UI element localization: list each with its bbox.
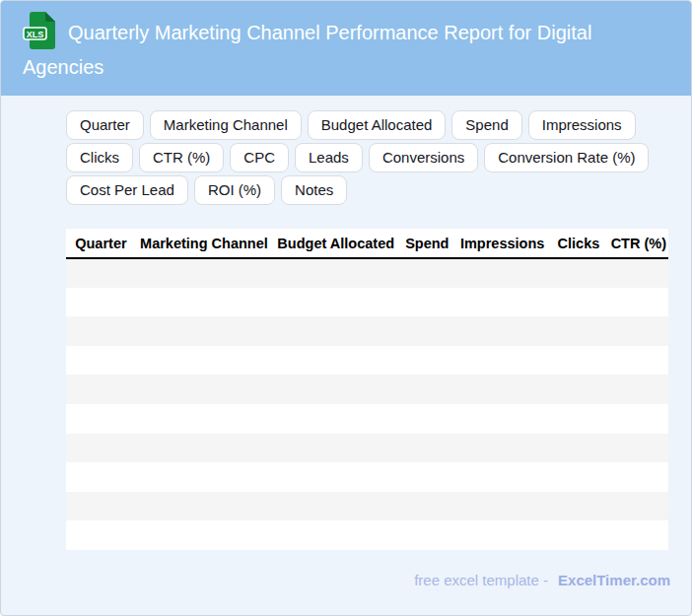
table-cell [66, 404, 136, 434]
table-cell [399, 520, 454, 550]
chip-notes[interactable]: Notes [281, 175, 347, 205]
table-cell [454, 316, 550, 346]
table-cell [454, 346, 550, 376]
table-cell [136, 462, 272, 492]
table-cell [550, 462, 606, 492]
table-cell [399, 375, 454, 404]
table-cell [550, 375, 606, 404]
table-cell [272, 404, 400, 434]
table-row [66, 258, 668, 288]
chip-conversion-rate[interactable]: Conversion Rate (%) [484, 143, 649, 172]
table-cell [454, 520, 550, 550]
table-row [66, 520, 668, 550]
table-cell [272, 462, 400, 492]
table-cell [550, 492, 606, 521]
table-cell [272, 288, 400, 317]
table-cell [550, 404, 606, 434]
table-cell [454, 462, 550, 492]
column-header-spend: Spend [399, 229, 454, 258]
table-cell [136, 404, 272, 434]
chip-clicks[interactable]: Clicks [66, 143, 133, 172]
chip-marketing-channel[interactable]: Marketing Channel [150, 110, 302, 140]
chip-ctr[interactable]: CTR (%) [139, 143, 224, 172]
table-cell [66, 316, 136, 346]
table-cell [550, 258, 606, 288]
table-cell [399, 346, 454, 376]
table-cell [272, 316, 400, 346]
table-cell [66, 520, 136, 550]
table-cell [607, 375, 668, 404]
table-cell [272, 346, 400, 376]
table-cell [550, 346, 606, 376]
table-row [66, 288, 668, 317]
footer: free excel template -ExcelTimer.com [1, 572, 691, 588]
table-cell [136, 520, 272, 550]
column-header-ctr: CTR (%) [607, 229, 668, 258]
table-cell [399, 258, 454, 288]
chip-spend[interactable]: Spend [451, 110, 521, 140]
chip-roi[interactable]: ROI (%) [194, 175, 275, 205]
table-cell [607, 346, 668, 376]
chip-impressions[interactable]: Impressions [528, 110, 636, 140]
table-cell [136, 434, 272, 463]
table-cell [550, 434, 606, 463]
header: XLS Quarterly Marketing Channel Performa… [1, 1, 691, 96]
chip-leads[interactable]: Leads [295, 143, 363, 172]
table-cell [550, 316, 606, 346]
table-cell [66, 288, 136, 317]
table-cell [136, 346, 272, 376]
table-cell [66, 375, 136, 404]
column-header-clicks: Clicks [550, 229, 606, 258]
table-cell [454, 434, 550, 463]
table-cell [454, 404, 550, 434]
table-row [66, 492, 668, 521]
column-header-budget-allocated: Budget Allocated [272, 229, 400, 258]
table-cell [607, 258, 668, 288]
chip-budget-allocated[interactable]: Budget Allocated [308, 110, 447, 140]
table-cell [399, 316, 454, 346]
table-cell [136, 492, 272, 521]
table-cell [66, 346, 136, 376]
table-cell [66, 462, 136, 492]
footer-brand-link[interactable]: ExcelTimer.com [558, 572, 670, 588]
table-cell [454, 492, 550, 521]
page-title: Quarterly Marketing Channel Performance … [23, 22, 591, 78]
table-cell [550, 288, 606, 317]
table-cell [454, 375, 550, 404]
column-header-marketing-channel: Marketing Channel [136, 229, 272, 258]
table-cell [607, 288, 668, 317]
table-cell [399, 404, 454, 434]
table-cell [272, 492, 400, 521]
table-cell [399, 462, 454, 492]
table-cell [66, 434, 136, 463]
page-title-block: XLS Quarterly Marketing Channel Performa… [23, 11, 669, 84]
xls-icon-label: XLS [27, 30, 44, 39]
chip-quarter[interactable]: Quarter [66, 110, 144, 140]
table-cell [399, 492, 454, 521]
table-cell [607, 434, 668, 463]
table-row [66, 346, 668, 376]
footer-text: free excel template - [414, 572, 548, 588]
table-cell [454, 258, 550, 288]
table-cell [136, 258, 272, 288]
table-cell [272, 258, 400, 288]
table-cell [607, 404, 668, 434]
table-row [66, 404, 668, 434]
table-cell [136, 316, 272, 346]
table-row [66, 434, 668, 463]
column-header-impressions: Impressions [454, 229, 550, 258]
chip-conversions[interactable]: Conversions [369, 143, 478, 172]
table-row [66, 375, 668, 404]
table-cell [607, 462, 668, 492]
table-cell [607, 520, 668, 550]
table-cell [607, 316, 668, 346]
table-cell [136, 375, 272, 404]
table-cell [272, 434, 400, 463]
column-header-quarter: Quarter [66, 229, 136, 258]
table-cell [399, 434, 454, 463]
chip-cost-per-lead[interactable]: Cost Per Lead [66, 175, 188, 205]
table-cell [136, 288, 272, 317]
chip-cpc[interactable]: CPC [230, 143, 289, 172]
table-row [66, 462, 668, 492]
table-cell [272, 520, 400, 550]
